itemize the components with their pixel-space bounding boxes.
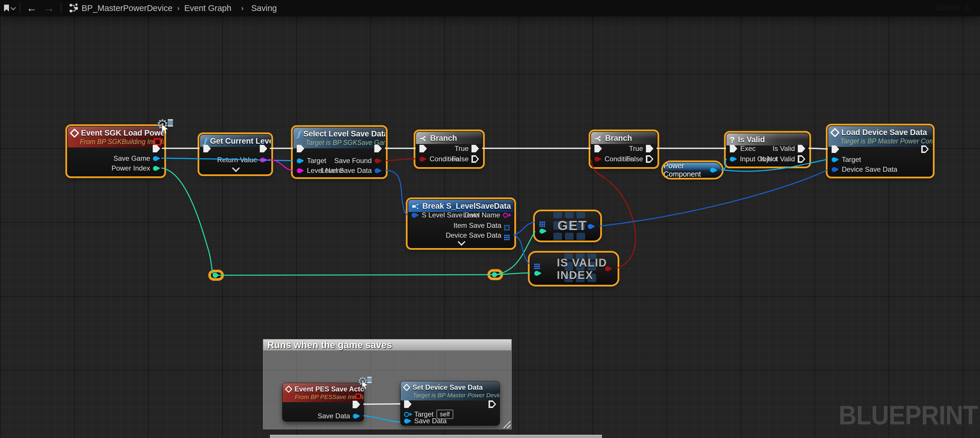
object-pin-icon[interactable]	[710, 168, 715, 173]
pin-save-data[interactable]: Save Data	[318, 411, 360, 421]
comment-resize-handle[interactable]	[503, 421, 511, 428]
pin-device-save-data[interactable]: Device Save Data	[832, 165, 897, 175]
breadcrumb-section-saving[interactable]: Saving	[251, 3, 277, 13]
exec-in-pin[interactable]	[594, 144, 602, 154]
node-select-level-save-data[interactable]: ƒ Select Level Save Data Target is BP SG…	[293, 127, 386, 177]
node-break-s-levelsavedata[interactable]: Break S_LevelSaveData S Level Save Data …	[408, 200, 514, 248]
pin-index-input[interactable]	[539, 226, 547, 236]
comment-partial-top-edge[interactable]	[270, 435, 602, 438]
node-header: Set Device Save Data Target is BP Master…	[401, 381, 500, 400]
pin-device-save-data[interactable]: Device Save Data	[446, 230, 510, 240]
pin-level-save-data[interactable]: Level Save Data	[321, 166, 382, 176]
node-load-device-save-data[interactable]: Load Device Save Data Target is BP Maste…	[828, 126, 932, 176]
exec-pin-icon	[646, 155, 654, 163]
object-pin-icon	[832, 157, 837, 162]
pin-label: Target	[307, 157, 326, 164]
pin-label: Is Not Valid	[760, 156, 795, 162]
pin-target[interactable]: Target	[297, 156, 326, 166]
blueprint-watermark: BLUEPRINT	[838, 400, 978, 430]
pin-false[interactable]: False	[452, 154, 479, 164]
exec-out-pin[interactable]	[374, 144, 382, 154]
pin-label: Device Save Data	[446, 232, 501, 239]
exec-out-pin[interactable]	[153, 144, 160, 154]
advanced-pins-chevron-icon[interactable]	[232, 164, 240, 172]
node-branch-2[interactable]: Branch Condition True False	[591, 132, 657, 167]
bookmark-icon[interactable]	[4, 5, 9, 11]
exec-pin-icon	[153, 145, 160, 152]
wire-devicesavedata-to-get-map[interactable]	[514, 222, 535, 235]
struct-pin-icon	[832, 167, 837, 172]
pin-save-data[interactable]: Save Data	[404, 416, 447, 426]
pin-label: Target	[842, 156, 861, 163]
wire-levelsavedata-to-break[interactable]	[385, 170, 408, 215]
exec-pin-icon	[488, 400, 496, 408]
node-map-get[interactable]: GET	[535, 212, 600, 240]
breadcrumb-event-graph[interactable]: Event Graph	[184, 3, 231, 13]
node-event-sgk-load-power[interactable]: Event SGK Load Power From BP SGKBuilding…	[67, 126, 164, 176]
chevron-down-icon[interactable]	[10, 5, 16, 10]
pin-map-input[interactable]	[539, 217, 546, 227]
back-arrow-icon[interactable]: ←	[27, 3, 37, 13]
exec-in-pin[interactable]	[419, 144, 427, 154]
pin-item-save-data[interactable]: Item Save Data	[453, 221, 510, 230]
exec-out-pin[interactable]	[921, 144, 929, 154]
branch-icon	[594, 135, 602, 142]
pin-is-not-valid[interactable]: Is Not Valid	[760, 154, 805, 164]
wire-powerindex-to-reroute1[interactable]	[161, 168, 216, 275]
node-subtitle: From BP PESSave Interface	[295, 394, 360, 400]
pin-is-valid[interactable]: Is Valid	[773, 144, 805, 154]
exec-in-pin[interactable]	[297, 144, 304, 154]
int-pin-icon	[153, 166, 158, 171]
node-is-valid[interactable]: ? Is Valid Exec Input Object Is Valid Is…	[726, 133, 809, 166]
breadcrumb-separator-icon: ›	[241, 4, 244, 13]
wire-exec-isvalid-to-load[interactable]	[808, 148, 828, 149]
wire-powercomponent-to-inputobject[interactable]	[721, 159, 727, 170]
pin-target[interactable]: Target	[832, 155, 861, 165]
wire-exec-pes-to-set[interactable]	[363, 404, 400, 404]
pin-save-found[interactable]: Save Found	[334, 156, 382, 166]
exec-out-pin[interactable]	[353, 400, 360, 409]
pin-bool-output[interactable]	[605, 263, 612, 273]
map-pin-icon	[504, 235, 506, 236]
pin-index-input[interactable]	[534, 268, 541, 278]
pin-label: True	[455, 145, 469, 152]
breadcrumb-blueprint[interactable]: BP_MasterPowerDevice	[81, 3, 172, 13]
wire-devicesavedata-to-isvalidindex-map[interactable]	[514, 235, 530, 264]
bool-pin-icon	[605, 266, 610, 271]
pin-true[interactable]: True	[629, 144, 654, 154]
exec-pin-icon	[260, 145, 267, 152]
exec-in-pin[interactable]	[404, 399, 412, 409]
pin-level-name-out[interactable]: Level Name	[463, 210, 510, 220]
forward-arrow-icon[interactable]: →	[44, 3, 54, 13]
pin-power-index[interactable]: Power Index	[111, 163, 160, 173]
node-set-device-save-data[interactable]: Set Device Save Data Target is BP Master…	[400, 381, 500, 425]
pin-exec[interactable]: Exec	[730, 144, 756, 154]
object-pin-icon	[404, 419, 409, 424]
exec-in-pin[interactable]	[832, 144, 839, 154]
node-title: Event SGK Load Power	[81, 129, 164, 138]
delegate-pin[interactable]	[355, 394, 361, 399]
wire-returnvalue-to-levelname[interactable]	[269, 160, 293, 170]
interface-event-badge-icon: ⚙	[156, 118, 173, 135]
pin-false[interactable]: False	[626, 154, 654, 164]
exec-out-pin[interactable]	[488, 399, 496, 409]
node-event-pes-save-actor[interactable]: Event PES Save Actor From BP PESSave Int…	[282, 383, 364, 422]
pin-save-game[interactable]: Save Game	[113, 154, 160, 163]
node-title: Load Device Save Data	[842, 128, 927, 137]
exec-in-pin[interactable]	[204, 144, 211, 154]
pin-value-output[interactable]	[588, 221, 595, 231]
pin-label: Level Name	[463, 212, 500, 219]
node-branch-1[interactable]: Branch Condition True False	[416, 132, 483, 167]
wire-savefound-to-condition1[interactable]	[385, 159, 416, 160]
pin-true[interactable]: True	[455, 144, 479, 154]
node-get-current-level-name[interactable]: ƒ Get Current Level Name Return Value	[200, 135, 271, 174]
exec-out-pin[interactable]	[260, 144, 267, 154]
graph-canvas[interactable]: Runs when the game saves BLUEPRINT Event…	[0, 0, 980, 438]
pin-map-input[interactable]	[534, 259, 540, 269]
comment-header[interactable]: Runs when the game saves	[263, 340, 511, 351]
pin-label: Power Index	[111, 165, 150, 172]
wire-reroute1-to-reroute2[interactable]	[216, 275, 495, 275]
node-is-valid-index[interactable]: IS VALID INDEX	[530, 253, 617, 284]
exec-pin-icon	[374, 145, 382, 152]
node-power-component-getter[interactable]: Power Component	[663, 162, 722, 178]
